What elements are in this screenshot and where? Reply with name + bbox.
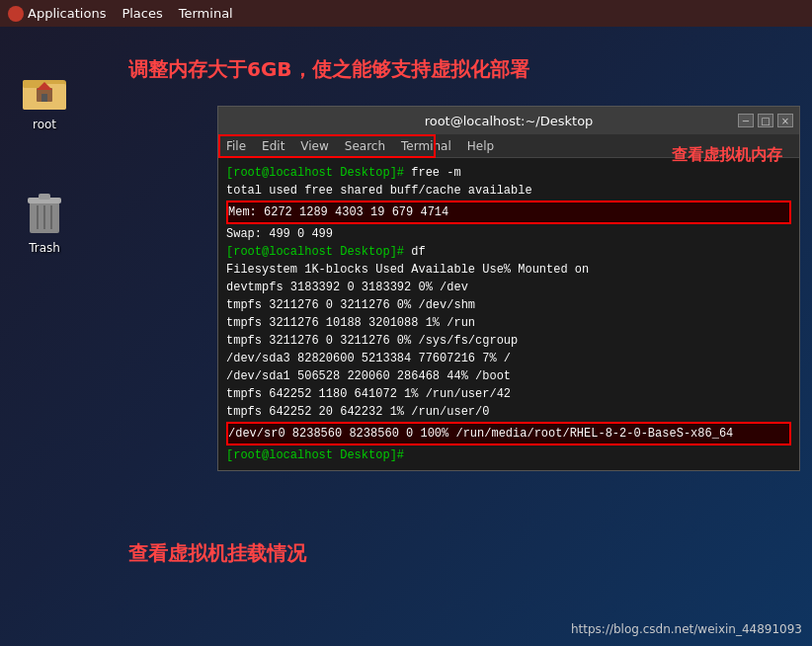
free-header: total used free shared buff/cache availa… bbox=[226, 182, 791, 200]
df-row-3: tmpfs 3211276 10188 3201088 1% /run bbox=[226, 314, 791, 332]
terminal-menu[interactable]: Terminal bbox=[179, 6, 233, 21]
annotation-top: 调整内存大于6GB，使之能够支持虚拟化部署 bbox=[128, 56, 529, 83]
dvd-row-highlight: /dev/sr0 8238560 8238560 0 100% /run/med… bbox=[226, 422, 791, 445]
annotation-right: 查看虚拟机内存 bbox=[672, 145, 782, 166]
terminal-titlebar: root@localhost:~/Desktop − □ × bbox=[218, 107, 799, 134]
prompt-2: [root@localhost Desktop]# bbox=[226, 245, 404, 259]
df-row-2: tmpfs 3211276 0 3211276 0% /dev/shm bbox=[226, 296, 791, 314]
apps-icon bbox=[8, 6, 24, 22]
minimize-button[interactable]: − bbox=[738, 114, 754, 127]
desktop-icon-trash[interactable]: Trash bbox=[10, 190, 79, 255]
top-menubar: Applications Places Terminal bbox=[0, 0, 812, 27]
svg-rect-2 bbox=[23, 80, 42, 88]
terminal-window-controls: − □ × bbox=[738, 114, 793, 127]
df-row-4: tmpfs 3211276 0 3211276 0% /sys/fs/cgrou… bbox=[226, 332, 791, 350]
annotation-bottom: 查看虚拟机挂载情况 bbox=[128, 540, 306, 567]
applications-menu[interactable]: Applications bbox=[28, 6, 106, 21]
swap-text: Swap: 499 0 499 bbox=[226, 227, 333, 241]
df-command-line: [root@localhost Desktop]# df bbox=[226, 243, 791, 261]
terminal-title: root@localhost:~/Desktop bbox=[425, 114, 594, 128]
help-menu[interactable]: Help bbox=[467, 139, 494, 153]
root-folder-icon bbox=[21, 66, 68, 114]
svg-rect-8 bbox=[39, 194, 50, 200]
mem-row-text: Mem: 6272 1289 4303 19 679 4714 bbox=[228, 205, 448, 219]
terminal-menu-item[interactable]: Terminal bbox=[401, 139, 451, 153]
root-icon-label: root bbox=[33, 118, 56, 131]
terminal-content: [root@localhost Desktop]# free -m total … bbox=[218, 158, 799, 470]
df-header-text: Filesystem 1K-blocks Used Available Use%… bbox=[226, 263, 589, 277]
maximize-button[interactable]: □ bbox=[758, 114, 773, 127]
trash-icon bbox=[21, 190, 68, 237]
close-button[interactable]: × bbox=[777, 114, 793, 127]
file-menu[interactable]: File bbox=[226, 139, 246, 153]
df-row-7: tmpfs 642252 1180 641072 1% /run/user/42 bbox=[226, 385, 791, 403]
edit-menu[interactable]: Edit bbox=[262, 139, 284, 153]
places-menu[interactable]: Places bbox=[122, 6, 162, 21]
free-header-text: total used free shared buff/cache availa… bbox=[226, 184, 532, 198]
search-menu[interactable]: Search bbox=[345, 139, 385, 153]
cmd-free: free -m bbox=[411, 166, 460, 180]
swap-row: Swap: 499 0 499 bbox=[226, 225, 791, 243]
free-command-line: [root@localhost Desktop]# free -m bbox=[226, 164, 791, 182]
svg-rect-5 bbox=[41, 94, 47, 102]
cmd-df: df bbox=[411, 245, 425, 259]
df-row-1: devtmpfs 3183392 0 3183392 0% /dev bbox=[226, 279, 791, 296]
df-row-8: tmpfs 642252 20 642232 1% /run/user/0 bbox=[226, 403, 791, 421]
dvd-row-text: /dev/sr0 8238560 8238560 0 100% /run/med… bbox=[228, 427, 733, 441]
prompt-1: [root@localhost Desktop]# bbox=[226, 166, 404, 180]
mem-row-highlight: Mem: 6272 1289 4303 19 679 4714 bbox=[226, 201, 791, 224]
prompt-3: [root@localhost Desktop]# bbox=[226, 448, 404, 462]
trash-icon-label: Trash bbox=[29, 241, 60, 255]
df-header: Filesystem 1K-blocks Used Available Use%… bbox=[226, 261, 791, 279]
desktop: root Trash 调整内存大于6GB，使之能够支持虚拟化部署 root@lo… bbox=[0, 27, 812, 646]
view-menu[interactable]: View bbox=[300, 139, 328, 153]
df-row-5: /dev/sda3 82820600 5213384 77607216 7% / bbox=[226, 350, 791, 367]
watermark: https://blog.csdn.net/weixin_44891093 bbox=[571, 622, 802, 636]
final-prompt-line: [root@localhost Desktop]# bbox=[226, 446, 791, 464]
desktop-icon-root[interactable]: root bbox=[10, 66, 79, 131]
df-row-6: /dev/sda1 506528 220060 286468 44% /boot bbox=[226, 367, 791, 385]
